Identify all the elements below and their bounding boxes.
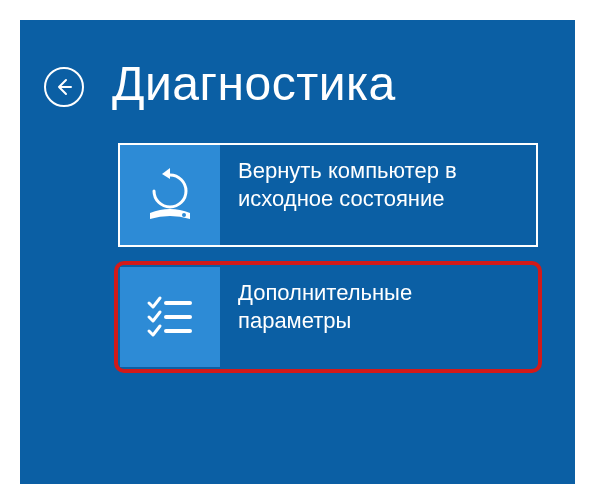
- reset-icon: [140, 165, 200, 225]
- advanced-options-icon: [142, 289, 198, 345]
- option-reset-pc[interactable]: Вернуть компьютер в исходное состояние: [120, 145, 536, 245]
- svg-point-0: [182, 213, 186, 217]
- option-label: Вернуть компьютер в исходное состояние: [220, 145, 536, 212]
- option-tile: [120, 267, 220, 367]
- option-tile: [120, 145, 220, 245]
- back-button[interactable]: [44, 67, 84, 107]
- header: Диагностика: [20, 20, 575, 111]
- troubleshoot-screen: Диагностика Вернуть компьютер в исходное…: [20, 20, 575, 484]
- option-advanced[interactable]: Дополнительные параметры: [120, 267, 536, 367]
- page-title: Диагностика: [112, 56, 396, 111]
- arrow-left-icon: [54, 77, 74, 97]
- options-list: Вернуть компьютер в исходное состояние: [120, 145, 536, 367]
- option-label: Дополнительные параметры: [220, 267, 536, 334]
